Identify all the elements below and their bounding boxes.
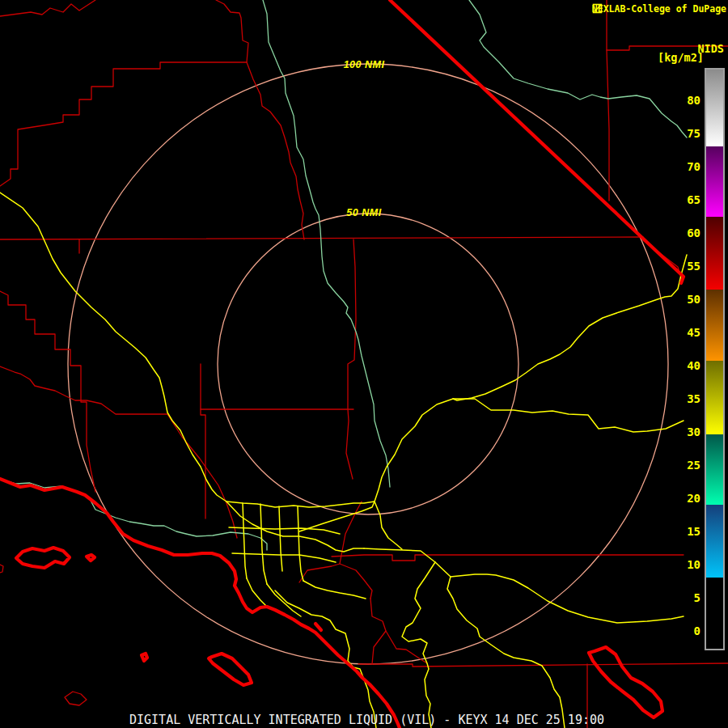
colorbar-tick-label: 55 [668,259,700,273]
ring-label-50nmi: 50 NMI [346,207,381,218]
island [16,548,70,568]
colorbar-segment-teal-mint [706,434,723,505]
coastline [0,479,400,728]
island [87,555,95,561]
radar-screen: 100 NMI 50 NMI NEXLAB-College of DuPage … [0,0,728,728]
units-label: [kg/m2] [658,51,704,64]
colorbar-tick-label: 0 [668,624,700,638]
colorbar-tick-label: 5 [668,590,700,605]
colorbar-segments [706,70,723,649]
range-ring-100nmi [68,64,668,664]
colorbar-tick-label: 65 [668,193,700,207]
header-title: NEXLAB-College of DuPage [592,3,726,15]
rivers-layer [0,0,687,550]
colorbar-tick-label: 30 [668,425,700,439]
colorbar-tick-label: 15 [668,524,700,539]
colorbar-tick-label: 10 [668,557,700,572]
colorbar-segment-black [706,578,723,646]
range-ring-50nmi [218,214,518,514]
island [589,647,662,717]
radar-map [0,0,728,728]
highways-layer [0,193,687,728]
state-coastline-layer [0,0,684,728]
colorbar-tick-label: 25 [668,458,700,472]
colorbar-tick-label: 60 [668,226,700,240]
ring-label-100nmi: 100 NMI [344,59,385,70]
colorbar-tick-label: 20 [668,491,700,506]
colorbar-tick-label: 80 [668,93,700,108]
colorbar-tick-label: 70 [668,159,700,174]
colorbar-segment-navy-cyan [706,505,723,578]
product-caption: DIGITAL VERTICALLY INTEGRATED LIQUID (VI… [129,713,604,727]
colorbar-tick-label: 40 [668,358,700,373]
colorbar-segment-gray-white [706,70,723,146]
cod-logo-icon [592,3,603,14]
site-header: NEXLAB-College of DuPage [592,3,726,15]
state-border-diagonal [390,0,684,283]
colorbar [705,68,725,650]
colorbar-tick-label: 75 [668,126,700,141]
colorbar-tick-label: 50 [668,292,700,307]
colorbar-segment-purple-magenta [706,146,723,217]
island [142,654,147,661]
colorbar-tick-label: 35 [668,392,700,406]
island [209,654,252,685]
colorbar-segment-brown-orange [706,290,723,362]
colorbar-tick-label: 45 [668,325,700,340]
colorbar-segment-olive-yellow [706,361,723,434]
range-rings-layer [68,64,668,664]
colorbar-segment-darkred-red [706,217,723,289]
